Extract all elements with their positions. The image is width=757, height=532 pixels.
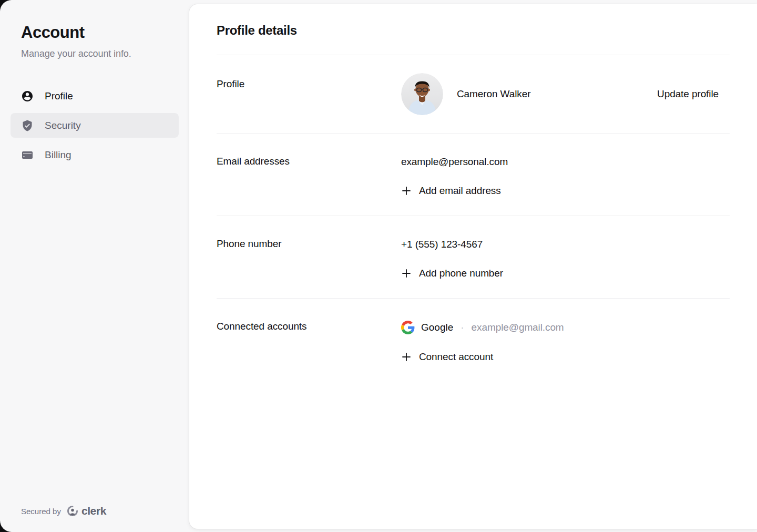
sidebar-item-profile[interactable]: Profile [11, 84, 179, 108]
shield-check-icon [21, 119, 34, 132]
sidebar: Account Manage your account info. Profil… [0, 0, 189, 532]
plus-icon [401, 268, 412, 279]
sidebar-nav: Profile Security Billing [21, 84, 168, 167]
clerk-logo: clerk [67, 505, 106, 517]
plus-icon [401, 186, 412, 196]
account-modal: Account Manage your account info. Profil… [0, 0, 757, 532]
sidebar-subtitle: Manage your account info. [21, 48, 168, 59]
add-phone-label: Add phone number [419, 268, 503, 279]
connected-accounts-row: Connected accounts Google · example@gmai… [217, 299, 730, 382]
email-row-label: Email addresses [217, 156, 401, 167]
phone-value: +1 (555) 123-4567 [401, 238, 483, 251]
sidebar-item-billing[interactable]: Billing [11, 142, 179, 167]
connected-row-label: Connected accounts [217, 321, 401, 332]
profile-row: Profile [217, 55, 730, 134]
connect-account-label: Connect account [419, 351, 493, 363]
page-title: Profile details [217, 23, 730, 38]
sidebar-item-security[interactable]: Security [11, 113, 179, 138]
add-email-button[interactable]: Add email address [401, 185, 501, 197]
user-circle-icon [21, 90, 34, 103]
connect-account-button[interactable]: Connect account [401, 351, 493, 363]
profile-identity: Cameron Walker [401, 73, 657, 115]
email-addresses-row: Email addresses example@personal.com Add… [217, 134, 730, 216]
email-value: example@personal.com [401, 156, 508, 168]
phone-number-row: Phone number +1 (555) 123-4567 Add phone… [217, 216, 730, 299]
sidebar-item-label: Profile [45, 90, 73, 102]
add-phone-button[interactable]: Add phone number [401, 268, 503, 279]
profile-row-label: Profile [217, 73, 401, 90]
clerk-wordmark: clerk [81, 505, 106, 517]
sidebar-item-label: Security [45, 120, 81, 131]
google-icon [401, 321, 415, 334]
secured-by-clerk: Secured by clerk [21, 505, 106, 517]
sidebar-title: Account [21, 23, 168, 42]
google-account-item: Google · example@gmail.com [401, 321, 564, 334]
update-profile-button[interactable]: Update profile [657, 83, 730, 105]
provider-name: Google [421, 321, 453, 334]
clerk-mark-icon [67, 505, 78, 517]
profile-details-card: Profile details Profile [189, 4, 757, 529]
connected-email-value: example@gmail.com [472, 321, 564, 334]
plus-icon [401, 352, 412, 362]
sidebar-item-label: Billing [45, 149, 71, 161]
credit-card-icon [21, 149, 34, 161]
avatar [401, 73, 443, 115]
phone-row-label: Phone number [217, 238, 401, 250]
add-email-label: Add email address [419, 185, 501, 197]
dot-separator: · [459, 321, 465, 334]
secured-by-label: Secured by [21, 507, 61, 516]
user-name: Cameron Walker [457, 88, 530, 100]
